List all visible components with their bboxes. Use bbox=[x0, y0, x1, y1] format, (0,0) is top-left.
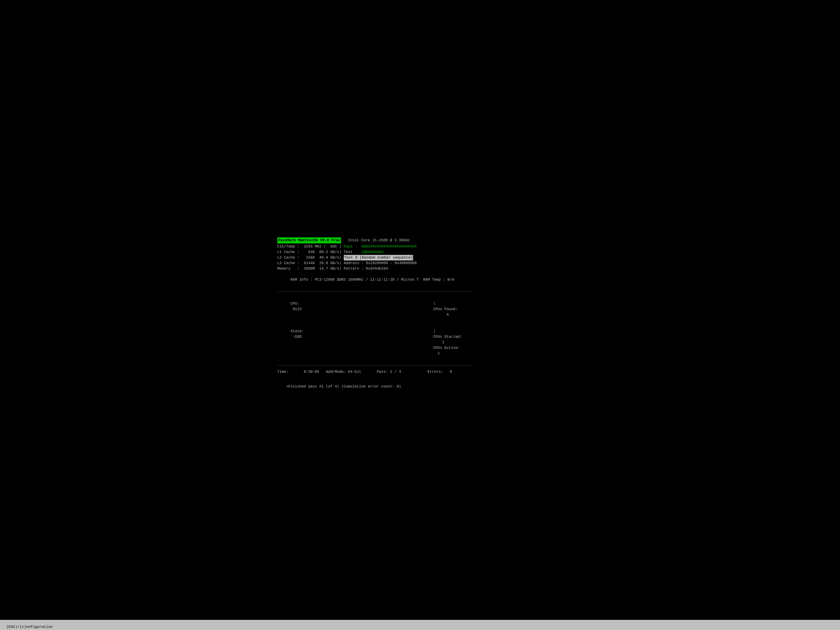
cpu-info: Intel Core i5-2500 @ 3.30GHz bbox=[348, 238, 410, 243]
cpu-status-row: CPU: 0123 | CPUs Found: 4 bbox=[277, 295, 563, 323]
divider-2: ----------------------------------------… bbox=[277, 363, 563, 368]
bottom-bar: (ESC)/(c)onfiguration bbox=[0, 620, 840, 630]
l2-cache-row: L2 Cache : 256K 49.4 GB/s | Test 8 [Rand… bbox=[277, 255, 563, 261]
app-title: PassMark MemTest86 V9.0 Free bbox=[277, 237, 341, 243]
cpu-label: CPU: bbox=[291, 302, 299, 306]
pipe-state: | bbox=[433, 329, 438, 333]
memory-label: Memory : 3988M 14.7 GB/s bbox=[277, 266, 337, 272]
pattern-space bbox=[359, 266, 362, 272]
pipe-3: | bbox=[337, 255, 344, 261]
test-value: 19% bbox=[362, 249, 368, 255]
address-space bbox=[359, 261, 362, 266]
cpus-started-value: 1 bbox=[433, 340, 449, 344]
clk-temp-label: Clk/Temp : 3293 MHz / 68C bbox=[277, 244, 337, 249]
time-value: 0:30:05 bbox=[288, 369, 326, 375]
bottom-bar-text: (ESC)/(c)onfiguration bbox=[6, 625, 53, 629]
state-left: State: -DDD bbox=[277, 323, 420, 362]
errors-label: Errors: bbox=[428, 369, 443, 375]
cpus-active-label: CPUs Active: bbox=[433, 346, 460, 350]
test-name-highlight: Test 8 [Random number sequence] bbox=[344, 255, 413, 261]
time-label: Time: bbox=[277, 369, 288, 375]
test-desc: [Random number sequence] bbox=[360, 256, 413, 260]
pass-label: Pass bbox=[344, 244, 352, 249]
pipe-2: | bbox=[337, 249, 344, 255]
pipe-1: | bbox=[337, 244, 344, 249]
info-grid: Clk/Temp : 3293 MHz / 68C | Pass 66% ###… bbox=[277, 244, 563, 288]
cpu-left: CPU: 0123 bbox=[277, 295, 420, 323]
pass-bar: ###################### bbox=[368, 244, 417, 249]
cpu-state-row: State: -DDD | CPUs Started: 1 CPUs Activ… bbox=[277, 323, 563, 362]
clk-temp-row: Clk/Temp : 3293 MHz / 68C | Pass 66% ###… bbox=[277, 244, 563, 249]
addr-mode-value: 64-bit bbox=[346, 369, 377, 375]
address-value: : 0x20200000 - 0x40000000 bbox=[362, 261, 417, 266]
state-value: -DDD bbox=[291, 335, 302, 339]
ram-info-row: RAM Info : PC3-12800 DDR3 1600MHz / 11-1… bbox=[277, 272, 563, 288]
pass-space bbox=[352, 244, 361, 249]
cpus-found-value: 4 bbox=[433, 313, 449, 317]
screen: PassMark MemTest86 V9.0 Free Intel Core … bbox=[273, 231, 567, 399]
address-label: Address bbox=[344, 261, 359, 266]
ram-info: RAM Info : PC3-12800 DDR3 1600MHz / 11-1… bbox=[291, 278, 454, 282]
l1-cache-row: L1 Cache : 64K 88.2 GB/s | Test 19% ####… bbox=[277, 249, 563, 255]
test-space bbox=[352, 249, 361, 255]
pass-status-value: 2 / 4 bbox=[388, 369, 428, 375]
cpus-active-value: 1 bbox=[433, 351, 440, 355]
cpu-value: 0123 bbox=[291, 307, 302, 311]
l2-cache-label: L2 Cache : 256K 49.4 GB/s bbox=[277, 255, 337, 261]
pattern-label: Pattern bbox=[344, 266, 359, 272]
pass-value: 66% bbox=[362, 244, 368, 249]
l3-cache-row: L3 Cache : 6144K 28.0 GB/s | Address : 0… bbox=[277, 261, 563, 266]
pipe-cpu: | bbox=[433, 302, 438, 306]
state-label: State: bbox=[291, 329, 304, 333]
l1-cache-label: L1 Cache : 64K 88.2 GB/s bbox=[277, 249, 337, 255]
errors-value: 0 bbox=[443, 369, 452, 375]
header-row: PassMark MemTest86 V9.0 Free Intel Core … bbox=[277, 237, 563, 243]
pipe-4: | bbox=[337, 261, 344, 266]
pass-status-label: Pass: bbox=[377, 369, 388, 375]
state-right: | CPUs Started: 1 CPUs Active: 1 bbox=[420, 323, 563, 362]
pattern-value: : 0x5F84E204 bbox=[362, 266, 388, 272]
addr-mode-label: AddrMode: bbox=[326, 369, 346, 375]
log-area: >Finished pass #1 (of 4) (Cumulative err… bbox=[277, 378, 563, 395]
divider-1: ----------------------------------------… bbox=[277, 289, 563, 295]
cpu-right: | CPUs Found: 4 bbox=[420, 295, 563, 323]
test-name: Test 8 bbox=[344, 256, 358, 260]
cpus-found-label: CPUs Found: bbox=[433, 307, 458, 311]
test-label: Test bbox=[344, 249, 352, 255]
time-row: Time: 0:30:05 AddrMode: 64-bit Pass: 2 /… bbox=[277, 369, 563, 375]
memory-row: Memory : 3988M 14.7 GB/s | Pattern : 0x5… bbox=[277, 266, 563, 272]
log-message: >Finished pass #1 (of 4) (Cumulative err… bbox=[286, 385, 401, 389]
pipe-5: | bbox=[337, 266, 344, 272]
l3-cache-label: L3 Cache : 6144K 28.0 GB/s bbox=[277, 261, 337, 266]
cpus-started-label: CPUs Started: bbox=[433, 335, 462, 339]
test-bar: ####### bbox=[368, 249, 384, 255]
